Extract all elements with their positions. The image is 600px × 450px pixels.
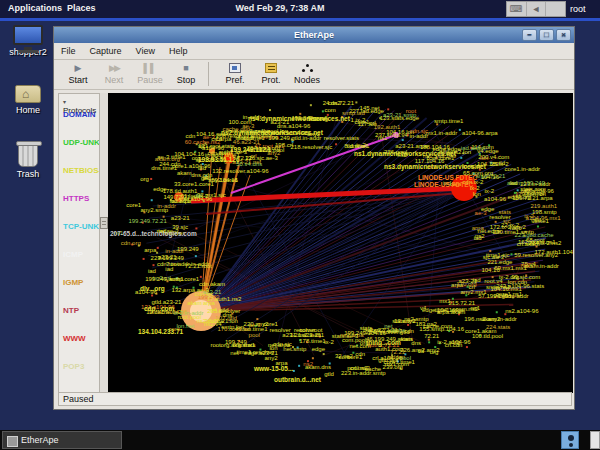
protocol-tcp-unkn[interactable]: TCP-UNKN <box>63 222 100 231</box>
node-label-noise: root.v4 <box>484 278 502 284</box>
pane-divider[interactable] <box>100 93 108 393</box>
node-label-noise: 199.249.auth1 <box>145 276 183 282</box>
node-label-noise: ix-2.a104-96 <box>437 339 470 345</box>
protocol-https[interactable]: HTTPS <box>63 194 89 203</box>
task-button-etherape[interactable]: EtherApe <box>2 431 122 449</box>
desktop-icon-label: Trash <box>2 169 54 179</box>
menu-view[interactable]: View <box>129 43 162 56</box>
node-label-noise: auth1.cdn <box>388 328 414 334</box>
keyboard-indicator-icon[interactable]: ⌨ <box>507 2 527 16</box>
node-label-noise: ix-2 <box>484 188 494 194</box>
node-label-noise: 170.org <box>456 281 476 287</box>
node-label-noise: 219.auth1 <box>530 203 557 209</box>
node-label-noise: 104.16 <box>481 267 499 273</box>
node-label-noise: 132.resolver.a104-96 <box>212 168 268 174</box>
node-label-noise: mx1.com <box>385 361 409 367</box>
node-label-noise: a23-21 <box>158 254 177 260</box>
protocol-domain[interactable]: DOMAIN <box>63 110 95 119</box>
stop-icon: ■ <box>168 62 204 75</box>
node-label-noise: 199.249.72.21 <box>128 218 166 224</box>
node-label-noise: core1 <box>263 321 278 327</box>
toolbar-label: Pref. <box>217 75 253 85</box>
node-label-noise: in-addr <box>157 203 176 209</box>
status-text: Paused <box>63 394 94 404</box>
volume-icon[interactable]: ◄ <box>527 2 547 16</box>
node-label-noise: dns.time1 <box>151 165 177 171</box>
desktop-icon-home[interactable]: Home <box>2 85 54 115</box>
node-label-noise: 72.21 <box>424 333 439 339</box>
close-button[interactable]: × <box>556 29 571 41</box>
node-label-noise: smtp.time1 <box>434 118 463 124</box>
node-label-noise: com <box>324 107 335 113</box>
node-label-noise: org <box>430 349 439 355</box>
node-label-noise: gtld <box>324 371 334 377</box>
node-label-noise: org <box>140 176 149 182</box>
menu-help[interactable]: Help <box>162 43 195 56</box>
node-label: ns2.dynamicnetworkservices.net <box>221 129 323 136</box>
places-menu[interactable]: Places <box>67 3 96 13</box>
node-label-noise: akam.in-addr <box>482 316 517 322</box>
node-label-noise: gtld <box>201 175 211 181</box>
node-label-noise: 99.sjc.com <box>512 274 541 280</box>
node-label-noise: mx1.in-addr <box>425 130 457 136</box>
pref-button[interactable]: Pref. <box>217 60 253 85</box>
menu-capture[interactable]: Capture <box>83 43 129 56</box>
node-label-noise: ns2 <box>303 361 313 367</box>
pane-resize-handle[interactable] <box>100 217 108 229</box>
node-label-noise: core1.in-addr <box>505 166 540 172</box>
next-button: ▶▶Next <box>96 60 132 85</box>
maximize-button[interactable]: □ <box>539 29 554 41</box>
stop-button[interactable]: ■Stop <box>168 60 204 85</box>
protocol-igmp[interactable]: IGMP <box>63 278 83 287</box>
desktop-icon-trash[interactable]: Trash <box>2 143 54 179</box>
node-label-noise: sjc.ae-3 <box>483 254 504 260</box>
node-label-noise: cdn.org <box>121 240 141 246</box>
node-label: ns3.dynamicnetworkservices.net <box>384 163 486 170</box>
protocol-ntp[interactable]: NTP <box>63 306 79 315</box>
nodes-button[interactable]: Nodes <box>289 60 325 85</box>
window-titlebar[interactable]: EtherApe − □ × <box>54 27 574 43</box>
protocol-pop3[interactable]: POP3 <box>63 362 84 371</box>
node-label-noise: 192.auth1 <box>374 124 401 130</box>
start-button[interactable]: ▶Start <box>60 60 96 85</box>
node-label-noise: iad <box>165 266 173 272</box>
menu-file[interactable]: File <box>54 43 83 56</box>
network-graph-canvas[interactable]: gtld.iad239.orgresolveredge117.104.16sjc… <box>108 93 573 393</box>
node-label-noise: time1.resolver <box>237 349 275 355</box>
node-label-noise: crl <box>216 136 222 142</box>
node-label-noise: net.arpa <box>268 342 290 348</box>
protocol-netbios-ns[interactable]: NETBIOS-NS <box>63 166 100 175</box>
protocol-icmp[interactable]: ICMP <box>63 250 83 259</box>
node-label-noise: 59.resolver.any2 <box>514 252 558 258</box>
node-label-noise: stats <box>400 336 413 342</box>
desktop-screen: Applications Places Wed Feb 29, 7:38 AM … <box>0 0 600 450</box>
node-label-noise: 200.v4.com <box>478 154 509 160</box>
protocol-udp-unkn[interactable]: UDP-UNKN <box>63 138 100 147</box>
prot-button[interactable]: Prot. <box>253 60 289 85</box>
clock[interactable]: Wed Feb 29, 7:38 AM <box>200 3 360 13</box>
protocol-www[interactable]: WWW <box>63 334 86 343</box>
node-label: thing...com <box>366 339 401 346</box>
applications-menu[interactable]: Applications <box>8 3 62 13</box>
node-label-noise: root.pool <box>178 314 201 320</box>
node-label-noise: 75.v4 <box>521 261 536 267</box>
node-label-noise: cdn.root <box>157 261 179 267</box>
toolbar-label: Start <box>60 75 96 85</box>
node-label-noise: 32.ns2 <box>335 353 353 359</box>
node-label-noise: core1 <box>126 202 141 208</box>
node-label-noise: 38.72.21.lon <box>205 318 238 324</box>
desktop-icon-computer[interactable]: shopper2 <box>2 25 54 57</box>
node-label: 193.93.51.126 <box>198 156 240 163</box>
minimize-button[interactable]: − <box>522 29 537 41</box>
workspace-switcher[interactable] <box>590 431 600 449</box>
node-label-noise: 104.16.mx1 <box>491 286 522 292</box>
node-label-noise: 145.net <box>360 105 380 111</box>
node-label-noise: pool.sjc <box>524 190 544 196</box>
node-label-noise: 126.sjc.ae-3 <box>245 155 278 161</box>
node-label-noise: ix-2.ns2 <box>363 327 384 333</box>
node-label-noise: arpa <box>472 225 484 231</box>
panel-edge <box>0 18 600 21</box>
notification-icon[interactable] <box>561 431 579 449</box>
node-label-noise: crl <box>369 120 375 126</box>
menubar: FileCaptureViewHelp <box>54 43 574 60</box>
